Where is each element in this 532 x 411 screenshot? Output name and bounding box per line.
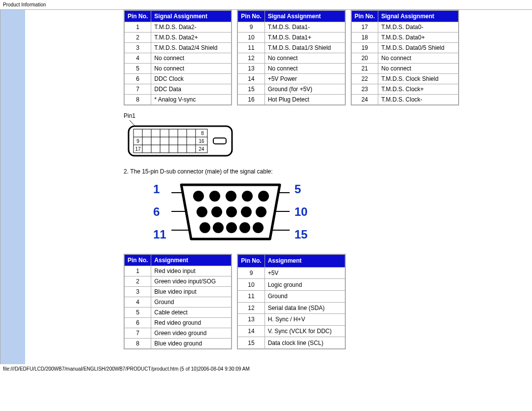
table-row: 13H. Sync / H+V [237, 314, 345, 326]
table-row: 17T.M.D.S. Data0- [351, 22, 459, 33]
table-row: 14V. Sync (VCLK for DDC) [237, 325, 345, 337]
pin-no-cell: 6 [124, 318, 151, 328]
signal-cell: Hot Plug Detect [265, 95, 345, 105]
assignment-cell: Blue video input [151, 287, 232, 297]
pin-no-cell: 9 [237, 267, 265, 279]
pin1-label: Pin1 [124, 112, 532, 119]
svg-point-31 [211, 206, 222, 217]
assignment-cell: Logic ground [265, 279, 345, 291]
dvi-pinout-tables: Pin No. Signal Assignment 1T.M.D.S. Data… [124, 10, 532, 105]
pin-no-cell: 21 [351, 64, 378, 74]
svg-point-39 [253, 222, 264, 233]
signal-cell: T.M.D.S. Data0/5 Shield [378, 43, 459, 53]
page-header: Product Information [0, 0, 532, 9]
svg-point-34 [256, 206, 266, 217]
assignment-cell: +5V [265, 267, 345, 279]
table-row: 6Red video ground [124, 318, 232, 328]
table-row: 2T.M.D.S. Data2+ [124, 33, 232, 43]
signal-cell: No connect [265, 64, 345, 74]
dvi-tbody-2: 9T.M.D.S. Data1-10T.M.D.S. Data1+11T.M.D… [237, 22, 345, 105]
svg-point-30 [197, 206, 207, 217]
signal-cell: T.M.D.S. Data1+ [265, 33, 345, 43]
table-row: 13No connect [237, 64, 345, 74]
table-row: 7DDC Data [124, 84, 232, 95]
table-row: 19T.M.D.S. Data0/5 Shield [351, 43, 459, 53]
th-pin-no: Pin No. [124, 10, 151, 22]
signal-cell: T.M.D.S. Clock Shield [378, 74, 459, 84]
pin-no-cell: 8 [124, 339, 151, 349]
signal-cell: * Analog V-sync [151, 95, 232, 105]
signal-cell: T.M.D.S. Data2+ [151, 33, 232, 43]
vga-caption: 2. The 15-pin D-sub connector (male) of … [124, 168, 532, 175]
pin-no-cell: 22 [351, 74, 378, 84]
assignment-cell: Cable detect [151, 308, 232, 318]
assignment-cell: Ground [265, 291, 345, 303]
th-signal: Signal Assignment [151, 10, 232, 22]
pin-no-cell: 20 [351, 53, 378, 64]
table-row: 22T.M.D.S. Clock Shield [351, 74, 459, 84]
vga-right-numbers: 5 10 15 [295, 182, 308, 241]
signal-cell: No connect [151, 64, 232, 74]
table-row: 4No connect [124, 53, 232, 64]
pin-no-cell: 18 [351, 33, 378, 43]
table-row: 5Cable detect [124, 308, 232, 318]
pin-no-cell: 16 [237, 95, 265, 105]
table-row: 14+5V Power [237, 74, 345, 84]
pin-no-cell: 14 [237, 325, 265, 337]
svg-point-27 [226, 191, 236, 202]
table-row: 1Red video input [124, 266, 232, 276]
pin-no-cell: 9 [237, 22, 265, 33]
pin-no-cell: 15 [237, 337, 265, 349]
th-pin-no: Pin No. [237, 254, 265, 267]
signal-cell: T.M.D.S. Data1/3 Shield [265, 43, 345, 53]
vga-table-2: Pin No. Assignment 9+5V10Logic ground11G… [237, 254, 345, 349]
pin-no-cell: 1 [124, 266, 151, 276]
signal-cell: Ground (for +5V) [265, 84, 345, 95]
pin-no-cell: 2 [124, 276, 151, 287]
table-row: 10T.M.D.S. Data1+ [237, 33, 345, 43]
dvi-table-2: Pin No. Signal Assignment 9T.M.D.S. Data… [237, 10, 345, 105]
vga-connector-diagram: 1 6 11 [153, 180, 532, 244]
assignment-cell: V. Sync (VCLK for DDC) [265, 325, 345, 337]
pin-no-cell: 19 [351, 43, 378, 53]
pin-no-cell: 4 [124, 53, 151, 64]
assignment-cell: Red video ground [151, 318, 232, 328]
table-row: 8* Analog V-sync [124, 95, 232, 105]
assignment-cell: Blue video ground [151, 339, 232, 349]
pin-no-cell: 12 [237, 302, 265, 314]
assignment-cell: Serial data line (SDA) [265, 302, 345, 314]
table-row: 16Hot Plug Detect [237, 95, 345, 105]
svg-point-36 [213, 222, 224, 233]
svg-text:8: 8 [201, 131, 204, 136]
table-row: 15Data clock line (SCL) [237, 337, 345, 349]
left-sidebar [0, 9, 25, 364]
svg-rect-2 [133, 129, 207, 153]
assignment-cell: Ground [151, 297, 232, 308]
th-pin-no: Pin No. [124, 254, 151, 266]
svg-point-32 [226, 206, 237, 217]
th-pin-no: Pin No. [351, 10, 378, 22]
th-assignment: Assignment [265, 254, 345, 267]
signal-cell: +5V Power [265, 74, 345, 84]
table-row: 15Ground (for +5V) [237, 84, 345, 95]
signal-cell: T.M.D.S. Data0+ [378, 33, 459, 43]
svg-rect-12 [213, 138, 226, 144]
table-row: 7Green video ground [124, 328, 232, 339]
signal-cell: No connect [378, 53, 459, 64]
svg-text:17: 17 [135, 146, 141, 152]
table-row: 4Ground [124, 297, 232, 308]
pin-no-cell: 12 [237, 53, 265, 64]
table-row: 3Blue video input [124, 287, 232, 297]
vga-connector-icon [171, 180, 290, 244]
pin-no-cell: 10 [237, 279, 265, 291]
pin-no-cell: 3 [124, 43, 151, 53]
signal-cell: No connect [378, 64, 459, 74]
pin-no-cell: 1 [124, 22, 151, 33]
svg-point-37 [226, 222, 237, 233]
pin-no-cell: 7 [124, 328, 151, 339]
table-row: 8Blue video ground [124, 339, 232, 349]
table-row: 20No connect [351, 53, 459, 64]
signal-cell: No connect [151, 53, 232, 64]
table-row: 21No connect [351, 64, 459, 74]
table-row: 18T.M.D.S. Data0+ [351, 33, 459, 43]
